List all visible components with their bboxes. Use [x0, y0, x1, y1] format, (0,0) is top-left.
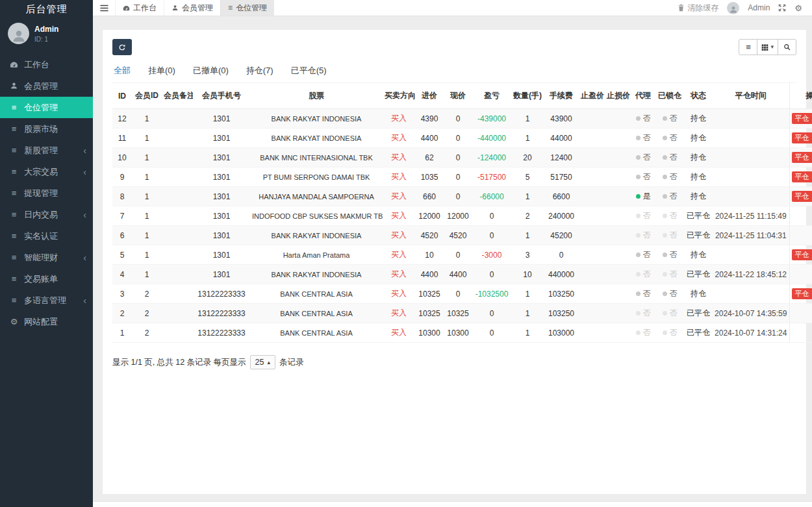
- toggle-view-button[interactable]: ≡: [739, 39, 757, 55]
- columns-button[interactable]: ▾: [757, 39, 778, 55]
- cell-agent: 否: [631, 284, 655, 304]
- menu-icon: ≡: [8, 103, 19, 112]
- cell-current-price: 12000: [444, 206, 472, 226]
- caret-up-icon: ▴: [268, 360, 271, 365]
- locked-dot-icon: [663, 253, 667, 257]
- cell-phone: 1301: [193, 245, 250, 265]
- fullscreen-icon[interactable]: [778, 4, 786, 12]
- cell-entry-price: 10325: [415, 284, 444, 304]
- dashboard-icon: [8, 60, 19, 69]
- sidebar-toggle-button[interactable]: [93, 0, 115, 16]
- cell-pnl: -1032500: [472, 284, 511, 304]
- tab-positions[interactable]: ≡ 仓位管理: [220, 0, 274, 16]
- sidebar-item-withdrawals[interactable]: ≡ 提现管理: [0, 182, 93, 204]
- cell-member-id: 1: [132, 109, 162, 129]
- search-button[interactable]: [778, 39, 796, 55]
- tab-workbench[interactable]: 工作台: [115, 0, 164, 16]
- cell-close-time: [713, 129, 789, 148]
- direction-label: 买入: [391, 230, 407, 240]
- sidebar-item-trade-bills[interactable]: ≡ 交易账单: [0, 268, 93, 290]
- user-id: ID: 1: [34, 36, 58, 43]
- pnl-value: -66000: [479, 192, 503, 201]
- col-header-actions: 操作: [789, 83, 812, 109]
- user-name: Admin: [34, 25, 58, 34]
- chevron-left-icon: ‹: [83, 253, 86, 262]
- agent-dot-icon: [636, 330, 641, 335]
- sidebar-item-intraday[interactable]: ≡ 日内交易 ‹: [0, 204, 93, 225]
- sidebar-item-stock-market[interactable]: ≡ 股票市场: [0, 118, 93, 140]
- cell-phone: 13122223333: [193, 323, 250, 343]
- hamburger-icon: [100, 5, 108, 12]
- cell-agent: 否: [631, 245, 655, 265]
- cell-id: 4: [112, 265, 132, 284]
- cell-locked: 否: [655, 167, 684, 187]
- clear-cache-button[interactable]: 清除缓存: [678, 3, 718, 14]
- sidebar-item-new-stock[interactable]: ≡ 新股管理 ‹: [0, 140, 93, 161]
- sidebar-item-site-config[interactable]: ⚙ 网站配置: [0, 311, 93, 332]
- cell-member-id: 1: [132, 226, 162, 245]
- cell-pnl: -439000: [472, 109, 511, 129]
- cell-take-profit: [579, 226, 605, 245]
- locked-label: 否: [670, 211, 678, 220]
- filter-tab-closed[interactable]: 已平仓(5): [291, 65, 327, 77]
- locked-label: 否: [670, 269, 678, 278]
- cell-current-price: 0: [444, 129, 472, 148]
- agent-dot-icon: [636, 155, 641, 160]
- cell-member-id: 2: [132, 323, 162, 343]
- cell-locked: 否: [655, 284, 684, 304]
- cell-phone: 1301: [193, 109, 250, 129]
- cell-phone: 1301: [193, 206, 250, 226]
- filter-tab-holding[interactable]: 持仓(7): [246, 65, 273, 77]
- cell-current-price: 0: [444, 187, 472, 206]
- close-position-button[interactable]: 平仓: [792, 113, 812, 124]
- sidebar-item-positions[interactable]: ≡ 仓位管理: [0, 97, 93, 118]
- cell-actions: 平仓锁仓: [789, 148, 812, 167]
- cell-current-price: 10300: [444, 323, 472, 343]
- sidebar-item-label: 网站配置: [24, 316, 58, 328]
- cell-status: 已平仓: [684, 304, 713, 323]
- trash-icon: [678, 4, 685, 12]
- cell-agent: 否: [631, 265, 655, 284]
- sidebar-item-label: 实名认证: [24, 230, 58, 242]
- close-position-button[interactable]: 平仓: [792, 132, 812, 143]
- cell-phone: 1301: [193, 226, 250, 245]
- table-body: 12 1 1301 BANK RAKYAT INDONESIA 买入 4390 …: [112, 109, 812, 343]
- locked-label: 否: [670, 328, 678, 337]
- settings-icon[interactable]: ⚙: [794, 4, 802, 12]
- cell-locked: 否: [655, 206, 684, 226]
- cell-entry-price: 4400: [415, 265, 444, 284]
- cell-stock: PT BUMI SERPONG DAMAI TBK: [250, 167, 383, 187]
- cell-phone: 1301: [193, 187, 250, 206]
- cell-direction: 买入: [383, 167, 415, 187]
- page-size-select[interactable]: 25 ▴: [250, 355, 275, 369]
- col-header-status: 状态: [684, 83, 713, 109]
- refresh-button[interactable]: [112, 39, 132, 55]
- close-position-button[interactable]: 平仓: [792, 152, 812, 163]
- cell-current-price: 0: [444, 109, 472, 129]
- cell-stop-loss: [605, 265, 631, 284]
- sidebar-item-block-trade[interactable]: ≡ 大宗交易 ‹: [0, 161, 93, 182]
- filter-tab-pending[interactable]: 挂单(0): [148, 65, 175, 77]
- close-position-button[interactable]: 平仓: [792, 288, 812, 299]
- cell-id: 1: [112, 323, 132, 343]
- sidebar-item-kyc[interactable]: ≡ 实名认证: [0, 225, 93, 247]
- menu-icon: ≡: [228, 4, 233, 12]
- sidebar-item-languages[interactable]: ≡ 多语言管理 ‹: [0, 290, 93, 311]
- locked-label: 否: [670, 133, 678, 142]
- sidebar-item-members[interactable]: 会员管理: [0, 75, 93, 97]
- person-icon: [8, 82, 19, 90]
- filter-tab-cancelled[interactable]: 已撤单(0): [193, 65, 229, 77]
- tab-members[interactable]: 会员管理: [164, 0, 220, 16]
- user-avatar[interactable]: [727, 2, 739, 14]
- sidebar-item-workbench[interactable]: 工作台: [0, 54, 93, 75]
- cell-actions: 平仓锁仓: [789, 167, 812, 187]
- filter-tab-all[interactable]: 全部: [114, 65, 131, 77]
- chevron-left-icon: ‹: [83, 210, 86, 219]
- close-position-button[interactable]: 平仓: [792, 249, 812, 260]
- sidebar-item-smart-finance[interactable]: ≡ 智能理财 ‹: [0, 247, 93, 268]
- sidebar-item-label: 新股管理: [24, 145, 58, 156]
- cell-direction: 买入: [383, 265, 415, 284]
- close-position-button[interactable]: 平仓: [792, 191, 812, 202]
- close-position-button[interactable]: 平仓: [792, 171, 812, 182]
- pnl-value: -3000: [482, 251, 502, 260]
